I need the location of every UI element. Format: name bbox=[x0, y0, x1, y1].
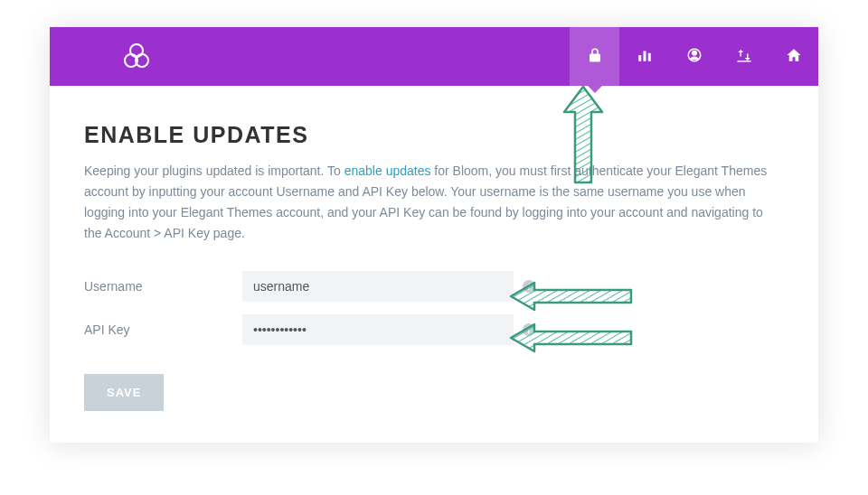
nav-home[interactable] bbox=[769, 27, 818, 86]
transfer-icon bbox=[736, 47, 752, 67]
svg-rect-8 bbox=[737, 61, 750, 62]
svg-point-7 bbox=[692, 51, 696, 55]
nav-stats[interactable] bbox=[619, 27, 669, 86]
username-input[interactable] bbox=[242, 271, 514, 302]
content: ENABLE UPDATES Keeping your plugins upda… bbox=[50, 86, 818, 438]
enable-updates-link[interactable]: enable updates bbox=[344, 163, 431, 178]
header-nav bbox=[570, 27, 818, 86]
bloom-logo-icon bbox=[120, 41, 153, 73]
svg-rect-3 bbox=[638, 55, 641, 61]
user-circle-icon bbox=[686, 47, 703, 67]
home-icon bbox=[786, 47, 802, 67]
row-username: Username i bbox=[84, 271, 782, 302]
bar-chart-icon bbox=[637, 47, 653, 67]
svg-rect-5 bbox=[647, 52, 650, 61]
info-icon[interactable]: i bbox=[523, 280, 535, 293]
info-icon[interactable]: i bbox=[523, 323, 535, 336]
page-title: ENABLE UPDATES bbox=[84, 122, 782, 148]
page-description: Keeping your plugins updated is importan… bbox=[84, 161, 782, 244]
svg-rect-4 bbox=[643, 51, 646, 61]
nav-accounts[interactable] bbox=[669, 27, 719, 86]
label-username: Username bbox=[84, 279, 242, 294]
lock-icon bbox=[587, 47, 603, 67]
apikey-input[interactable] bbox=[242, 314, 514, 345]
nav-updates[interactable] bbox=[570, 27, 619, 86]
label-apikey: API Key bbox=[84, 322, 242, 337]
nav-import-export[interactable] bbox=[719, 27, 769, 86]
save-button[interactable]: SAVE bbox=[84, 374, 164, 411]
settings-panel: ENABLE UPDATES Keeping your plugins upda… bbox=[50, 27, 818, 443]
desc-part1: Keeping your plugins updated is importan… bbox=[84, 163, 344, 178]
row-apikey: API Key i bbox=[84, 314, 782, 345]
header-bar bbox=[50, 27, 818, 86]
